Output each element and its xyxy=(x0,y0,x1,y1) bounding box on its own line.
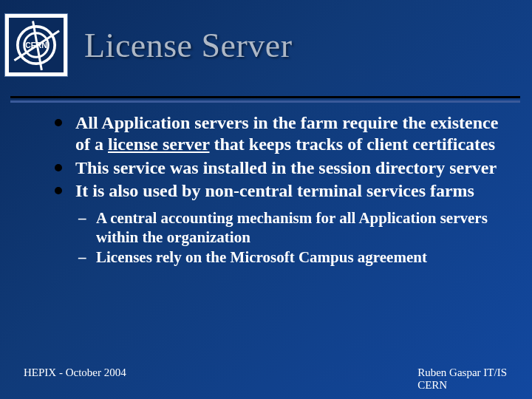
list-item: Licenses rely on the Microsoft Campus ag… xyxy=(75,248,508,267)
divider xyxy=(0,96,532,103)
cern-logo-icon: CERN xyxy=(9,18,64,72)
bullet-text-pre: It is also used by non-central terminal … xyxy=(75,181,474,200)
bullet-text-post: that keeps tracks of client certificates xyxy=(210,134,496,154)
slide-title: License Server xyxy=(84,26,293,65)
slide-body: All Application servers in the farm requ… xyxy=(50,112,508,269)
sub-bullet-list: A central accounting mechanism for all A… xyxy=(75,209,508,267)
bullet-text-underline: license server xyxy=(108,134,210,154)
sub-bullet-text: A central accounting mechanism for all A… xyxy=(96,209,488,246)
list-item: This service was installed in the sessio… xyxy=(50,157,508,179)
list-item: It is also used by non-central terminal … xyxy=(50,180,508,202)
footer-author: Ruben Gaspar IT/IS xyxy=(417,366,507,379)
slide-header: CERN License Server xyxy=(0,0,532,77)
list-item: A central accounting mechanism for all A… xyxy=(75,209,508,247)
svg-text:CERN: CERN xyxy=(25,41,47,50)
footer-left: HEPIX - October 2004 xyxy=(24,366,126,392)
cern-logo: CERN xyxy=(4,13,68,77)
slide-footer: HEPIX - October 2004 Ruben Gaspar IT/IS … xyxy=(0,366,532,392)
footer-right: Ruben Gaspar IT/IS CERN xyxy=(417,366,507,392)
list-item: All Application servers in the farm requ… xyxy=(50,112,508,156)
footer-org: CERN xyxy=(417,379,507,392)
bullet-list: All Application servers in the farm requ… xyxy=(50,112,508,202)
sub-bullet-text: Licenses rely on the Microsoft Campus ag… xyxy=(96,248,427,266)
bullet-text-pre: This service was installed in the sessio… xyxy=(75,158,497,177)
